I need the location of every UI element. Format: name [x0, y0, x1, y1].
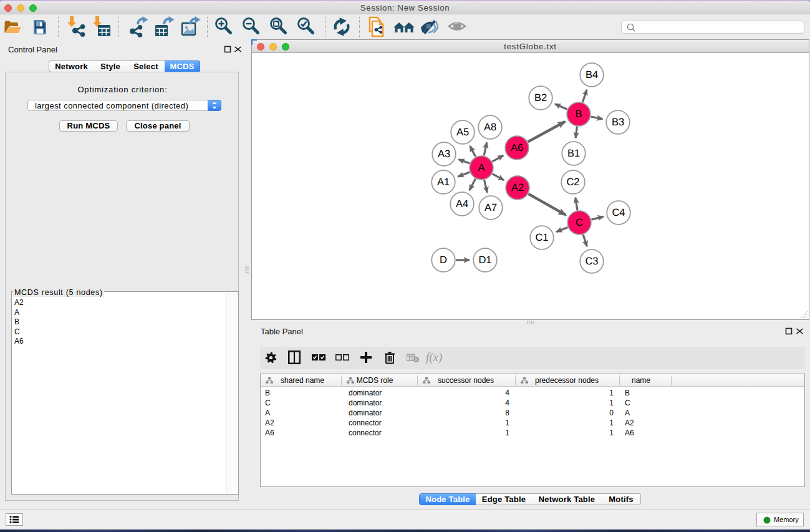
svg-text:B1: B1: [567, 148, 580, 159]
svg-text:B2: B2: [534, 92, 547, 104]
svg-text:B: B: [575, 109, 582, 120]
svg-text:C2: C2: [566, 177, 579, 188]
svg-text:A5: A5: [456, 127, 469, 138]
svg-text:A1: A1: [437, 177, 450, 188]
svg-text:D1: D1: [478, 254, 491, 266]
svg-text:C3: C3: [585, 256, 598, 267]
svg-text:A8: A8: [484, 122, 496, 133]
svg-text:A3: A3: [438, 148, 450, 160]
svg-text:B4: B4: [586, 69, 598, 80]
svg-text:A2: A2: [511, 182, 524, 193]
svg-text:B3: B3: [612, 117, 624, 128]
svg-text:A7: A7: [485, 202, 497, 213]
svg-text:C4: C4: [612, 207, 625, 218]
svg-text:A6: A6: [511, 142, 523, 153]
svg-text:C: C: [576, 217, 583, 228]
svg-text:D: D: [440, 254, 447, 266]
svg-text:C1: C1: [535, 232, 548, 243]
svg-text:A: A: [478, 162, 485, 173]
svg-text:A4: A4: [456, 198, 468, 210]
